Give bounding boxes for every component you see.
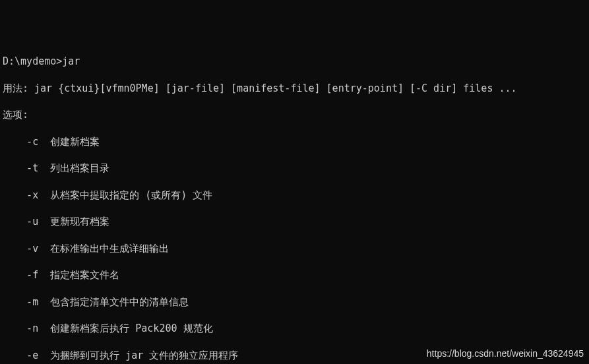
usage-line: 用法: jar {ctxui}[vfmn0PMe] [jar-file] [ma… xyxy=(3,82,586,95)
options-header: 选项: xyxy=(3,108,586,121)
option-n: -n 创建新档案后执行 Pack200 规范化 xyxy=(3,322,586,335)
watermark-text: https://blog.csdn.net/weixin_43624945 xyxy=(427,348,584,360)
option-u: -u 更新现有档案 xyxy=(3,215,586,228)
option-v: -v 在标准输出中生成详细输出 xyxy=(3,242,586,255)
option-t: -t 列出档案目录 xyxy=(3,162,586,175)
option-c: -c 创建新档案 xyxy=(3,135,586,148)
command-prompt-line: D:\mydemo>jar xyxy=(3,55,586,68)
option-x: -x 从档案中提取指定的 (或所有) 文件 xyxy=(3,189,586,202)
option-f: -f 指定档案文件名 xyxy=(3,268,586,282)
option-m: -m 包含指定清单文件中的清单信息 xyxy=(3,295,586,309)
